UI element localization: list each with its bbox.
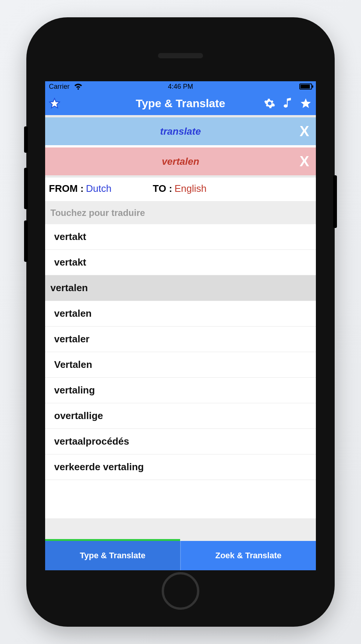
carrier-label: Carrier	[49, 83, 70, 91]
from-language[interactable]: Dutch	[86, 183, 111, 194]
phone-side-button	[24, 168, 28, 209]
phone-side-button	[24, 220, 28, 262]
clear-target-button[interactable]: X	[300, 153, 309, 170]
tab-zoek-translate[interactable]: Zoek & Translate	[180, 541, 316, 570]
page-title: Type & Translate	[136, 97, 225, 110]
suggestion-row[interactable]: vertaler	[45, 327, 316, 352]
gear-icon[interactable]	[263, 97, 276, 110]
tap-to-translate-hint: Touchez pour traduire	[45, 202, 316, 224]
suggestion-row[interactable]: vertalen	[45, 275, 316, 301]
target-text-banner[interactable]: vertalen X	[45, 147, 316, 175]
clear-source-button[interactable]: X	[300, 123, 309, 140]
list-filler	[45, 518, 316, 541]
star-filled-icon[interactable]	[299, 97, 312, 110]
suggestion-row[interactable]: Vertalen	[45, 352, 316, 378]
from-label: FROM :	[49, 183, 83, 194]
source-text-banner[interactable]: translate X	[45, 117, 316, 145]
phone-side-button	[24, 126, 28, 153]
tab-type-translate[interactable]: Type & Translate	[45, 541, 180, 570]
bottom-tabs: Type & Translate Zoek & Translate	[45, 541, 316, 570]
wifi-icon	[72, 81, 85, 93]
to-language[interactable]: English	[174, 183, 206, 194]
source-text: translate	[160, 126, 201, 137]
clock: 4:46 PM	[168, 83, 193, 91]
phone-speaker	[158, 53, 203, 58]
navbar: Type & Translate	[45, 92, 316, 115]
tab-label: Zoek & Translate	[215, 551, 281, 560]
to-label: TO :	[153, 183, 172, 194]
tab-label: Type & Translate	[80, 551, 145, 560]
phone-home-button[interactable]	[162, 572, 199, 610]
suggestion-row[interactable]: vertaling	[45, 378, 316, 403]
suggestion-row[interactable]: overtallige	[45, 403, 316, 429]
music-note-icon[interactable]	[281, 97, 294, 110]
status-bar: Carrier 4:46 PM	[45, 81, 316, 92]
suggestion-row[interactable]: vertalen	[45, 301, 316, 327]
suggestion-list[interactable]: vertaktvertaktvertalenvertalenvertalerVe…	[45, 224, 316, 518]
suggestion-row[interactable]: verkeerde vertaling	[45, 454, 316, 480]
battery-icon	[299, 84, 312, 90]
suggestion-row[interactable]: vertakt	[45, 250, 316, 275]
language-row: FROM : Dutch TO : English	[45, 178, 316, 202]
phone-frame: Carrier 4:46 PM Type & Translate	[26, 17, 335, 627]
suggestion-row[interactable]: vertakt	[45, 224, 316, 250]
star-outline-icon[interactable]	[48, 97, 61, 110]
screen: Carrier 4:46 PM Type & Translate	[45, 81, 316, 570]
target-text: vertalen	[162, 156, 199, 167]
phone-side-button	[333, 175, 337, 228]
suggestion-row[interactable]: vertaalprocédés	[45, 429, 316, 454]
